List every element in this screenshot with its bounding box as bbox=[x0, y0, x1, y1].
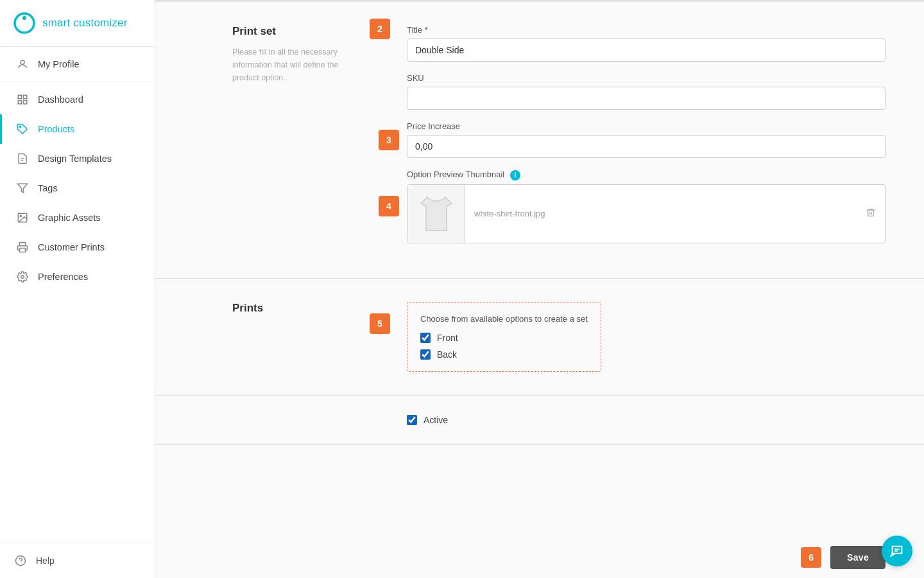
svg-rect-3 bbox=[18, 95, 21, 98]
title-input[interactable] bbox=[407, 39, 886, 62]
svg-rect-13 bbox=[20, 249, 26, 252]
save-button[interactable]: Save bbox=[830, 546, 886, 569]
logo-text: smart customizer bbox=[42, 17, 128, 30]
back-label: Back bbox=[437, 349, 457, 360]
shirt-svg bbox=[418, 193, 454, 234]
print-set-content: 2 Title * SKU 3 Price Increase bbox=[373, 25, 886, 255]
active-checkbox[interactable] bbox=[407, 415, 417, 425]
sku-group: SKU bbox=[407, 73, 886, 110]
front-checkbox-row: Front bbox=[420, 333, 588, 343]
sidebar-help[interactable]: Help bbox=[0, 543, 155, 578]
step-3-badge: 3 bbox=[379, 130, 399, 150]
sidebar-item-customer-prints[interactable]: Customer Prints bbox=[0, 232, 155, 262]
thumbnail-delete-button[interactable] bbox=[857, 207, 885, 220]
help-label: Help bbox=[36, 556, 55, 566]
front-checkbox[interactable] bbox=[420, 333, 431, 343]
step-6-badge: 6 bbox=[801, 547, 821, 568]
help-icon bbox=[14, 555, 27, 566]
thumbnail-filename: white-shirt-front.jpg bbox=[465, 209, 857, 218]
sidebar-item-my-profile[interactable]: My Profile bbox=[0, 49, 155, 79]
sidebar-item-label: Tags bbox=[38, 183, 58, 193]
price-increase-label: Price Increase bbox=[407, 121, 886, 131]
svg-point-14 bbox=[21, 276, 24, 279]
step-5-badge: 5 bbox=[370, 313, 390, 334]
preferences-icon bbox=[16, 271, 29, 283]
products-icon bbox=[16, 123, 29, 135]
active-section: Active bbox=[155, 396, 924, 445]
info-icon[interactable]: i bbox=[510, 170, 520, 180]
print-set-section: Print set Please fill in all the necessa… bbox=[155, 2, 924, 279]
prints-dashed-box: Choose from available options to create … bbox=[407, 302, 601, 372]
prints-heading: Prints bbox=[232, 302, 361, 315]
print-set-label-area: Print set Please fill in all the necessa… bbox=[232, 25, 373, 255]
svg-point-2 bbox=[21, 60, 24, 64]
prints-label-area: Prints bbox=[232, 302, 373, 372]
print-set-heading: Print set bbox=[232, 25, 361, 38]
sidebar-item-label: Preferences bbox=[38, 272, 88, 282]
active-row: Active bbox=[232, 415, 886, 425]
title-group: Title * bbox=[407, 25, 886, 62]
prints-section: Prints 5 Choose from available options t… bbox=[155, 279, 924, 396]
thumbnail-label: Option Preview Thumbnail i bbox=[407, 170, 886, 180]
logo-area: smart customizer bbox=[0, 0, 155, 47]
save-bar: 6 Save bbox=[155, 537, 924, 578]
prints-hint: Choose from available options to create … bbox=[420, 314, 588, 324]
nav-divider bbox=[0, 82, 155, 82]
prints-content: 5 Choose from available options to creat… bbox=[373, 302, 886, 372]
dashboard-icon bbox=[16, 94, 29, 105]
sidebar-item-label: Design Templates bbox=[38, 153, 112, 164]
person-icon bbox=[16, 58, 29, 70]
sidebar-item-preferences[interactable]: Preferences bbox=[0, 262, 155, 292]
svg-rect-4 bbox=[24, 95, 27, 98]
main-inner: Print set Please fill in all the necessa… bbox=[155, 2, 924, 535]
svg-marker-10 bbox=[18, 184, 28, 193]
chat-bubble-button[interactable] bbox=[882, 536, 912, 566]
thumbnail-group: 4 Option Preview Thumbnail i white-shirt… bbox=[407, 170, 886, 243]
step-4-badge: 4 bbox=[379, 196, 399, 216]
svg-rect-5 bbox=[18, 101, 21, 104]
svg-point-1 bbox=[22, 16, 26, 20]
thumbnail-container: white-shirt-front.jpg bbox=[407, 184, 886, 243]
price-increase-group: 3 Price Increase bbox=[407, 121, 886, 158]
sidebar-item-label: My Profile bbox=[38, 59, 79, 69]
sku-label: SKU bbox=[407, 73, 886, 83]
sidebar-item-products[interactable]: Products bbox=[0, 114, 155, 144]
logo-icon bbox=[13, 12, 36, 35]
sidebar-nav: My Profile Dashboard Products Design Tem… bbox=[0, 47, 155, 543]
graphic-assets-icon bbox=[16, 212, 29, 223]
sidebar-item-label: Products bbox=[38, 124, 74, 134]
svg-rect-6 bbox=[24, 101, 27, 104]
main-content: Print set Please fill in all the necessa… bbox=[155, 0, 924, 578]
svg-point-7 bbox=[19, 126, 21, 127]
customer-prints-icon bbox=[16, 241, 29, 253]
sku-input[interactable] bbox=[407, 87, 886, 110]
sidebar-item-label: Graphic Assets bbox=[38, 213, 101, 223]
sidebar-item-dashboard[interactable]: Dashboard bbox=[0, 85, 155, 114]
design-templates-icon bbox=[16, 153, 29, 164]
print-set-description: Please fill in all the necessary informa… bbox=[232, 46, 361, 84]
chat-icon bbox=[890, 544, 904, 558]
title-label: Title * bbox=[407, 25, 886, 35]
front-label: Front bbox=[437, 333, 458, 343]
tags-icon bbox=[16, 182, 29, 194]
sidebar-item-graphic-assets[interactable]: Graphic Assets bbox=[0, 203, 155, 232]
active-checkbox-row: Active bbox=[407, 415, 448, 425]
step-2-badge: 2 bbox=[370, 19, 390, 39]
sidebar: smart customizer My Profile Dashboard Pr… bbox=[0, 0, 155, 578]
svg-point-12 bbox=[20, 215, 21, 216]
sidebar-item-label: Customer Prints bbox=[38, 242, 105, 252]
bottom-spacer bbox=[155, 445, 924, 484]
price-increase-input[interactable] bbox=[407, 135, 886, 158]
back-checkbox[interactable] bbox=[420, 349, 431, 360]
sidebar-item-label: Dashboard bbox=[38, 94, 83, 105]
back-checkbox-row: Back bbox=[420, 349, 588, 360]
sidebar-item-design-templates[interactable]: Design Templates bbox=[0, 144, 155, 173]
active-label: Active bbox=[424, 415, 448, 425]
thumbnail-preview bbox=[407, 185, 465, 243]
sidebar-item-tags[interactable]: Tags bbox=[0, 173, 155, 203]
